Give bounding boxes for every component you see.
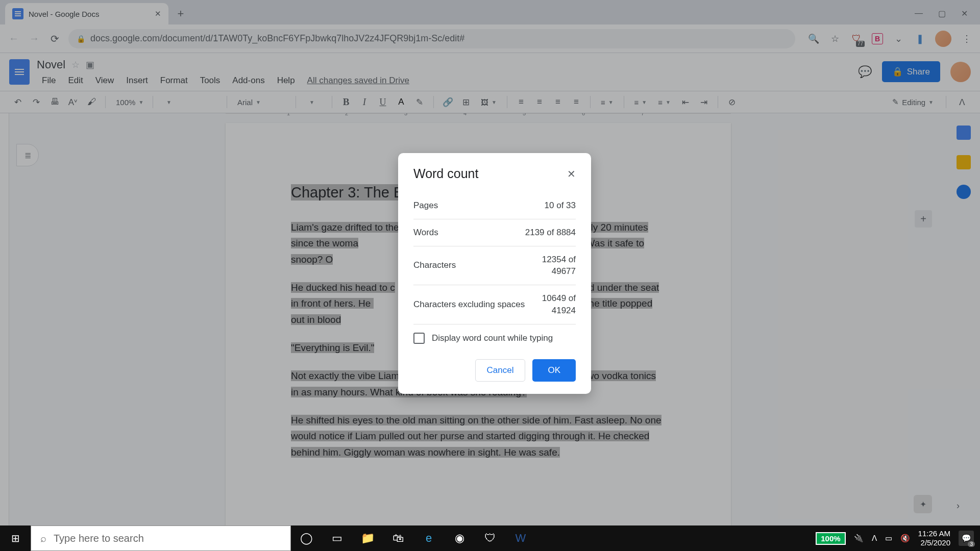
pages-label: Pages — [413, 201, 438, 211]
task-view-icon[interactable]: ▭ — [322, 525, 352, 551]
file-explorer-icon[interactable]: 📁 — [352, 525, 383, 551]
characters-nospace-value: 10649 of 41924 — [542, 292, 576, 317]
power-icon[interactable]: 🔌 — [854, 534, 864, 543]
pages-row: Pages 10 of 33 — [413, 192, 576, 219]
characters-row: Characters 12354 of 49677 — [413, 246, 576, 286]
volume-muted-icon[interactable]: 🔇 — [900, 534, 910, 543]
characters-value: 12354 of 49677 — [542, 254, 576, 278]
words-label: Words — [413, 228, 438, 238]
characters-nospace-label: Characters excluding spaces — [413, 299, 525, 310]
display-while-typing-checkbox[interactable] — [413, 333, 425, 344]
clock-date: 2/5/2020 — [921, 538, 950, 547]
action-center-icon[interactable]: 💬3 — [959, 531, 974, 546]
search-placeholder: Type here to search — [54, 533, 144, 544]
battery-indicator[interactable]: 100% — [816, 532, 845, 545]
words-value: 2139 of 8884 — [525, 227, 576, 239]
display-while-typing-label: Display word count while typing — [432, 333, 553, 343]
word-icon[interactable]: W — [505, 525, 536, 551]
battery-tray-icon[interactable]: ▭ — [885, 534, 892, 543]
cortana-icon[interactable]: ◯ — [291, 525, 322, 551]
cancel-button[interactable]: Cancel — [475, 359, 526, 382]
dialog-close-icon[interactable]: ✕ — [567, 168, 576, 180]
notification-count: 3 — [968, 541, 975, 547]
search-icon: ⌕ — [40, 533, 46, 544]
edge-icon[interactable]: e — [413, 525, 444, 551]
characters-nospace-row: Characters excluding spaces 10649 of 419… — [413, 285, 576, 324]
chrome-icon[interactable]: ◉ — [444, 525, 475, 551]
microsoft-store-icon[interactable]: 🛍 — [383, 525, 413, 551]
clock-time: 11:26 AM — [918, 529, 950, 538]
ok-button[interactable]: OK — [532, 359, 576, 382]
security-app-icon[interactable]: 🛡 — [475, 525, 505, 551]
characters-label: Characters — [413, 260, 456, 270]
tray-chevron-icon[interactable]: ᐱ — [872, 534, 877, 543]
pages-value: 10 of 33 — [545, 199, 576, 212]
start-button[interactable]: ⊞ — [0, 525, 31, 551]
system-clock[interactable]: 11:26 AM 2/5/2020 — [918, 529, 950, 547]
windows-taskbar: ⊞ ⌕ Type here to search ◯ ▭ 📁 🛍 e ◉ 🛡 W … — [0, 525, 980, 551]
words-row: Words 2139 of 8884 — [413, 219, 576, 246]
word-count-dialog: Word count ✕ Pages 10 of 33 Words 2139 o… — [398, 153, 591, 394]
taskbar-search-input[interactable]: ⌕ Type here to search — [31, 525, 291, 551]
dialog-title: Word count — [413, 166, 478, 181]
